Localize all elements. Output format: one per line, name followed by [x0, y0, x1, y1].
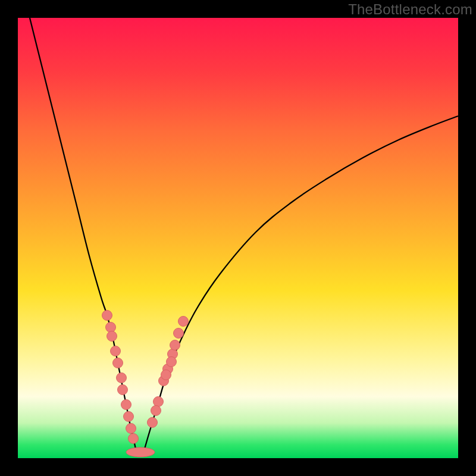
marker-dot	[170, 340, 180, 350]
marker-dot	[102, 311, 112, 321]
marker-dot	[107, 331, 117, 342]
marker-dot	[124, 412, 134, 422]
marker-dot	[111, 346, 121, 356]
marker-dot	[113, 358, 123, 368]
marker-dot	[126, 424, 136, 434]
curve-right-branch	[143, 116, 458, 455]
marker-dot	[161, 370, 171, 380]
marker-dot	[167, 357, 177, 367]
watermark-text: TheBottleneck.com	[348, 1, 472, 18]
marker-dot	[148, 418, 158, 428]
chart-plot-area	[18, 18, 458, 458]
marker-dot	[154, 397, 164, 407]
marker-dot	[118, 385, 128, 395]
trough-marker	[126, 447, 155, 457]
marker-dot	[178, 317, 189, 327]
marker-dot	[117, 373, 127, 383]
image-frame: TheBottleneck.com	[0, 0, 476, 476]
marker-dot	[151, 406, 161, 416]
marker-dot	[129, 434, 139, 444]
marker-dot	[106, 322, 116, 333]
marker-dot	[121, 400, 131, 410]
marker-dots-group	[102, 311, 189, 444]
chart-svg	[18, 18, 458, 458]
marker-dot	[174, 328, 184, 339]
